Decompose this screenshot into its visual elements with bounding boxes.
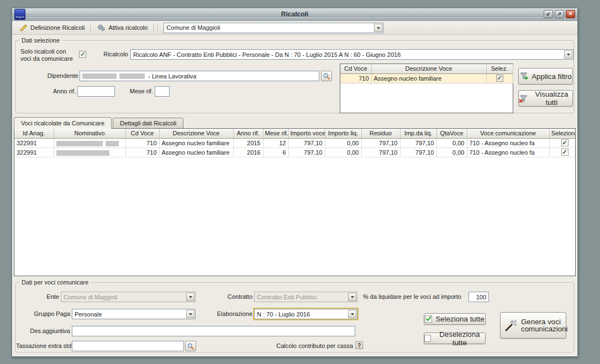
voce-comunicazione-cell[interactable]: 710 - Assegno nucleo fa (467, 138, 549, 147)
contratto-label: Contratto (219, 293, 252, 300)
residuo-cell[interactable]: 797,10 (361, 147, 400, 157)
redacted-name (119, 73, 145, 79)
dipendente-search-button[interactable] (321, 71, 332, 81)
descrizione-voce-cell[interactable]: Assegno nucleo familiare (371, 73, 486, 83)
column-header[interactable]: Descrizione Voce (371, 64, 486, 73)
anno-cell[interactable]: 2015 (233, 138, 263, 147)
importo-voce-cell[interactable]: 797,10 (288, 138, 325, 147)
table-row[interactable]: 710 Assegno nucleo familiare (340, 73, 513, 83)
seleziona-checkbox[interactable] (561, 149, 569, 156)
column-header[interactable]: Imp.da liq. (400, 129, 436, 138)
anno-rif-input[interactable] (77, 86, 115, 97)
mese-rif-input[interactable] (155, 86, 170, 97)
residuo-cell[interactable]: 797,10 (361, 138, 400, 147)
tassazione-input[interactable] (72, 341, 184, 351)
chevron-down-icon[interactable] (564, 50, 572, 59)
descrizione-cell[interactable]: Assegno nucleo familiare (159, 147, 233, 157)
mese-cell[interactable]: 12 (263, 138, 288, 147)
table-row[interactable]: 322991 710 Assegno nucleo familiare 2016… (14, 147, 576, 157)
dati-selezione-group: Dati selezione Solo ricalcoli con voci d… (15, 37, 574, 113)
ente-label: Ente (26, 293, 59, 300)
column-header[interactable]: Seleziona (549, 129, 576, 138)
deseleziona-tutte-button[interactable]: Deseleziona tutte (424, 333, 486, 344)
seleziona-tutte-button[interactable]: Seleziona tutte (424, 313, 486, 325)
cd-voce-cell[interactable]: 710 (340, 73, 371, 83)
anno-cell[interactable]: 2016 (233, 147, 263, 157)
cd-voce-cell[interactable]: 710 (125, 147, 159, 157)
elaborazione-combobox[interactable]: N : 70 - Luglio 2016 (254, 309, 357, 319)
visualizza-tutti-button[interactable]: Visualizza tutti (518, 90, 573, 107)
ricalcolo-combobox[interactable]: Ricalcolo ANF - Contratto Enti Pubblici … (130, 49, 573, 60)
chevron-down-icon[interactable] (186, 310, 194, 318)
seleziona-cell[interactable] (549, 138, 576, 147)
seleziona-checkbox[interactable] (561, 139, 569, 146)
column-header[interactable]: QtaVoce (436, 129, 467, 138)
definizione-ricalcoli-button[interactable]: Definizione Ricalcoli (17, 23, 87, 33)
qta-voce-cell[interactable]: 0,00 (436, 147, 467, 157)
titlebar[interactable]: Maggioli Ricalcoli ↙ ↗ ✕ (12, 8, 577, 21)
column-header[interactable]: Voce comunicazione (467, 129, 549, 138)
seleziona-cell[interactable] (549, 147, 576, 157)
chevron-down-icon[interactable] (374, 24, 382, 32)
window-title: Ricalcoli (12, 10, 577, 18)
mese-cell[interactable]: 6 (263, 147, 288, 157)
importo-liq-cell[interactable]: 0,00 (325, 138, 361, 147)
ente-combobox: Comune di Maggioli (61, 292, 196, 302)
column-header[interactable]: Cd Voce (125, 129, 159, 138)
filter-clear-icon (519, 94, 528, 103)
selez-checkbox[interactable] (496, 75, 503, 82)
importo-voce-cell[interactable]: 797,10 (288, 147, 325, 157)
column-header[interactable]: Id Anag. (14, 129, 54, 138)
id-anag-cell[interactable]: 322991 (14, 147, 54, 157)
search-icon (187, 342, 194, 350)
chevron-down-icon[interactable] (348, 310, 356, 318)
column-header[interactable]: Nominativo (54, 129, 125, 138)
tassazione-search-button[interactable] (185, 341, 196, 351)
importo-liq-cell[interactable]: 0,00 (325, 147, 361, 157)
voce-comunicazione-cell[interactable]: 710 - Assegno nucleo fa (467, 147, 549, 157)
des-aggiuntiva-input[interactable] (72, 326, 355, 336)
dati-selezione-legend: Dati selezione (19, 37, 62, 44)
company-combobox[interactable]: Comune di Maggioli (164, 23, 383, 33)
column-header[interactable]: Residuo (361, 129, 400, 138)
dipendente-field[interactable]: - Linea Lavorativa (80, 71, 319, 81)
tassazione-label: Tassazione extra std (16, 342, 70, 349)
column-header[interactable]: Selez. (486, 64, 513, 73)
perc-liquidare-input[interactable]: 100 (469, 292, 489, 302)
column-header[interactable]: Cd Voce (340, 64, 371, 73)
imp-da-liq-cell[interactable]: 797,10 (400, 138, 436, 147)
cd-voce-cell[interactable]: 710 (125, 138, 159, 147)
header-row: Id Anag. Nominativo Cd Voce Descrizione … (14, 129, 576, 138)
column-header[interactable]: Descrizione Voce (159, 129, 233, 138)
tab-dettagli-dati[interactable]: Dettagli dati Ricalcoli (113, 118, 183, 128)
calcolo-contributo-indeterminate-checkbox[interactable]: ? (355, 341, 363, 349)
tab-voci-ricalcolate[interactable]: Voci ricalcolate da Comunicare (14, 117, 112, 129)
gruppo-paga-combobox[interactable]: Personale (72, 309, 196, 319)
selez-cell[interactable] (486, 73, 513, 83)
genera-voci-button[interactable]: Genera voci comunicazioni (500, 312, 566, 339)
tab-bar: Voci ricalcolate da Comunicare Dettagli … (14, 117, 577, 128)
column-header[interactable]: Importo voce (288, 129, 325, 138)
column-header[interactable]: Importo liq. (325, 129, 361, 138)
minimize-icon[interactable]: ↙ (544, 10, 553, 18)
voci-filter-table: Cd Voce Descrizione Voce Selez. 710 Asse… (340, 64, 513, 113)
solo-ricalcoli-label: Solo ricalcoli con voci da comunicare (20, 48, 73, 62)
empty-box-icon (424, 335, 431, 342)
perc-liquidare-label: % da liquidare per le voci ad importo (363, 293, 461, 300)
maximize-icon[interactable]: ↗ (555, 10, 564, 18)
descrizione-cell[interactable]: Assegno nucleo familiare (159, 138, 233, 147)
solo-ricalcoli-checkbox[interactable] (79, 51, 86, 58)
attiva-ricalcolo-button[interactable]: Attiva ricalcolo (94, 23, 150, 33)
table-row[interactable]: 322991 710 Assegno nucleo familiare 2015… (14, 138, 576, 147)
applica-filtro-button[interactable]: Applica filtro (518, 68, 573, 85)
close-icon[interactable]: ✕ (566, 10, 575, 18)
chevron-down-icon (186, 293, 194, 301)
column-header[interactable]: Mese rif. (263, 129, 288, 138)
id-anag-cell[interactable]: 322991 (14, 138, 54, 147)
column-header[interactable]: Anno rif. (233, 129, 263, 138)
imp-da-liq-cell[interactable]: 797,10 (400, 147, 436, 157)
qta-voce-cell[interactable]: 0,00 (436, 138, 467, 147)
redacted-name (106, 141, 119, 146)
nominativo-cell[interactable] (54, 147, 125, 157)
nominativo-cell[interactable] (54, 138, 125, 147)
